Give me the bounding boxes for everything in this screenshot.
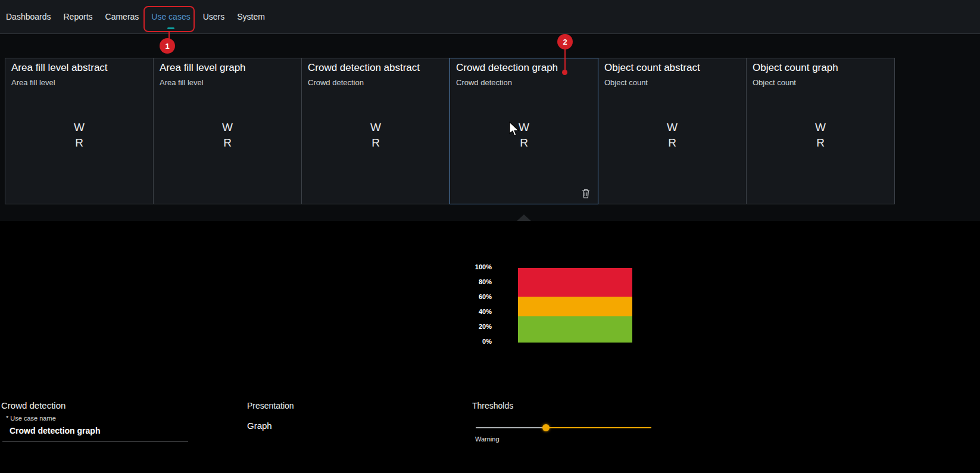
- annotation-badge-2: 2: [557, 34, 573, 49]
- presentation-label: Presentation: [247, 401, 294, 410]
- card-crowd-detection-abstract[interactable]: Crowd detection abstract Crowd detection…: [301, 58, 450, 204]
- threshold-chart: [518, 268, 632, 343]
- card-subtitle: Crowd detection: [308, 78, 444, 87]
- use-case-name-label: * Use case name: [6, 415, 56, 422]
- card-title: Area fill level abstract: [11, 62, 147, 74]
- trash-icon: [581, 188, 591, 199]
- card-subtitle: Area fill level: [160, 78, 295, 87]
- annotation-box-use-cases: [143, 6, 195, 32]
- card-crowd-detection-graph[interactable]: Crowd detection graph Crowd detection WR: [450, 58, 598, 204]
- panel-notch: [517, 214, 531, 221]
- ok-zone: [518, 316, 632, 343]
- nav-item-users[interactable]: Users: [203, 10, 225, 24]
- annotation-line-2: [564, 49, 566, 70]
- annotation-dot-2: [562, 70, 567, 75]
- card-title: Crowd detection graph: [456, 62, 592, 74]
- nav-item-system[interactable]: System: [237, 10, 265, 24]
- card-placeholder-letters: WR: [11, 120, 147, 151]
- card-placeholder-letters: WR: [160, 120, 295, 151]
- card-object-count-graph[interactable]: Object count graph Object count WR: [746, 58, 895, 204]
- presentation-select[interactable]: Graph: [247, 421, 272, 431]
- card-title: Object count graph: [753, 62, 888, 74]
- axis-tick: 100%: [450, 260, 492, 275]
- card-placeholder-letters: WR: [604, 120, 740, 151]
- delete-use-case-button[interactable]: [581, 188, 591, 199]
- card-subtitle: Object count: [753, 78, 888, 87]
- thresholds-label: Thresholds: [472, 401, 513, 410]
- warning-zone: [518, 297, 632, 317]
- axis-tick: 80%: [450, 275, 492, 290]
- warning-threshold-slider[interactable]: [476, 423, 651, 432]
- nav-item-reports[interactable]: Reports: [64, 10, 93, 24]
- card-subtitle: Object count: [604, 78, 740, 87]
- axis-tick: 40%: [450, 304, 492, 319]
- card-subtitle: Crowd detection: [456, 78, 592, 87]
- axis-tick: 0%: [450, 334, 492, 349]
- alarm-zone: [518, 268, 632, 297]
- card-subtitle: Area fill level: [11, 78, 147, 87]
- nav-item-cameras[interactable]: Cameras: [105, 10, 139, 24]
- use-case-cards: Area fill level abstract Area fill level…: [5, 58, 895, 204]
- warning-slider-thumb[interactable]: [542, 424, 550, 431]
- card-placeholder-letters: WR: [753, 120, 888, 151]
- axis-tick: 20%: [450, 319, 492, 334]
- use-case-section-title: Crowd detection: [1, 400, 65, 410]
- mouse-cursor: [509, 122, 520, 137]
- annotation-badge-1: 1: [160, 38, 175, 54]
- warning-label: Warning: [475, 435, 500, 443]
- card-object-count-abstract[interactable]: Object count abstract Object count WR: [598, 58, 747, 204]
- warning-slider-left: [476, 427, 546, 428]
- card-title: Object count abstract: [604, 62, 740, 74]
- card-area-fill-level-graph[interactable]: Area fill level graph Area fill level WR: [153, 58, 302, 204]
- card-placeholder-letters: WR: [308, 120, 444, 151]
- card-placeholder-letters: WR: [456, 120, 592, 151]
- use-case-name-input[interactable]: Crowd detection graph: [2, 423, 188, 441]
- threshold-chart-axis: 100% 80% 60% 40% 20% 0%: [450, 260, 492, 349]
- nav-item-dashboards[interactable]: Dashboards: [6, 10, 51, 24]
- card-title: Area fill level graph: [160, 62, 295, 74]
- axis-tick: 60%: [450, 290, 492, 304]
- card-area-fill-level-abstract[interactable]: Area fill level abstract Area fill level…: [5, 58, 154, 204]
- card-title: Crowd detection abstract: [308, 62, 444, 74]
